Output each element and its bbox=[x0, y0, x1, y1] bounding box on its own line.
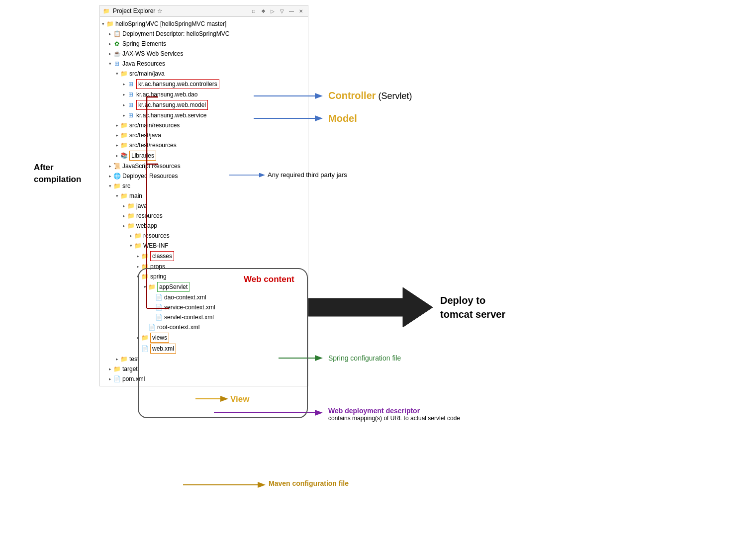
item-label-test: test bbox=[129, 355, 139, 364]
tree-item-props[interactable]: ▸ 📁 props bbox=[100, 262, 308, 272]
item-icon: 📁 bbox=[134, 242, 142, 250]
tree-item-root[interactable]: ▾ 📁 helloSpringMVC [helloSpringMVC maste… bbox=[100, 19, 308, 29]
tree-item-jax-ws[interactable]: ▸ ☕ JAX-WS Web Services bbox=[100, 49, 308, 59]
item-label-model: kr.ac.hansung.web.model bbox=[136, 100, 208, 110]
tree-item-model[interactable]: ▸ ⊞ kr.ac.hansung.web.model bbox=[100, 99, 308, 110]
tree-item-src-main-java[interactable]: ▾ 📁 src/main/java bbox=[100, 69, 308, 79]
item-label-target: target bbox=[122, 365, 138, 373]
tree-item-web-xml[interactable]: 📄 web.xml bbox=[100, 343, 308, 354]
item-label-src-main-resources: src/main/resources bbox=[129, 121, 180, 130]
tree-arrow: ▸ bbox=[135, 333, 141, 342]
tree-arrow: ▸ bbox=[114, 121, 120, 130]
item-label-root: helloSpringMVC [helloSpringMVC master] bbox=[115, 19, 226, 28]
tree-arrow: ▾ bbox=[100, 19, 106, 28]
toolbar-btn-4[interactable]: ▽ bbox=[278, 7, 286, 15]
tree-arrow: ▸ bbox=[121, 201, 127, 210]
item-label-appServlet: appServlet bbox=[157, 282, 189, 292]
explorer-panel: 📁 Project Explorer ☆ □ ❖ ▷ ▽ — ✕ ▾ 📁 hel… bbox=[99, 5, 308, 386]
tree-item-root-context[interactable]: 📄 root-context.xml bbox=[100, 322, 308, 332]
tree-arrow: ▸ bbox=[107, 39, 113, 48]
tree-arrow: ▸ bbox=[114, 355, 120, 364]
main-container: 📁 Project Explorer ☆ □ ❖ ▷ ▽ — ✕ ▾ 📁 hel… bbox=[0, 0, 756, 549]
item-icon: 📁 bbox=[120, 141, 128, 149]
tree-item-service-context[interactable]: 📄 service-context.xml bbox=[100, 302, 308, 312]
tree-item-views[interactable]: ▸ 📁 views bbox=[100, 332, 308, 343]
tree-item-src-test-java[interactable]: ▸ 📁 src/test/java bbox=[100, 130, 308, 140]
item-label-pom-xml: pom.xml bbox=[122, 374, 145, 383]
item-icon: 📁 bbox=[127, 202, 135, 210]
tree-arrow: ▸ bbox=[121, 211, 127, 220]
item-label-src-main-java: src/main/java bbox=[129, 69, 165, 78]
toolbar-btn-2[interactable]: ❖ bbox=[259, 7, 267, 15]
item-icon: 📚 bbox=[120, 152, 128, 160]
tree-item-src[interactable]: ▾ 📁 src bbox=[100, 181, 308, 191]
svg-marker-5 bbox=[308, 287, 433, 327]
tree-no-arrow bbox=[149, 303, 155, 312]
tree-item-dao[interactable]: ▸ ⊞ kr.ac.hansung.web.dao bbox=[100, 90, 308, 99]
item-icon: 🌐 bbox=[113, 172, 121, 180]
toolbar-btn-5[interactable]: — bbox=[287, 7, 295, 15]
tree-item-webapp-resources[interactable]: ▸ 📁 resources bbox=[100, 231, 308, 241]
tree-arrow: ▾ bbox=[114, 69, 120, 78]
item-icon: 📁 bbox=[113, 365, 121, 373]
item-label-deployment-descriptor: Deployment Descriptor: helloSpringMVC bbox=[122, 29, 229, 38]
tree-item-deployment-descriptor[interactable]: ▸ 📋 Deployment Descriptor: helloSpringMV… bbox=[100, 29, 308, 39]
tree-item-webapp[interactable]: ▸ 📁 webapp bbox=[100, 221, 308, 231]
toolbar-btn-3[interactable]: ▷ bbox=[269, 7, 277, 15]
tree-arrow: ▸ bbox=[114, 131, 120, 140]
tree-arrow: ▸ bbox=[107, 172, 113, 181]
item-icon: 📁 bbox=[113, 182, 121, 190]
item-label-service-context: service-context.xml bbox=[164, 303, 215, 312]
item-icon: 📁 bbox=[120, 131, 128, 139]
tree-item-javascript-resources[interactable]: ▸ 📜 JavaScript Resources bbox=[100, 161, 308, 171]
item-label-java-resources: Java Resources bbox=[122, 59, 165, 68]
item-label-spring-elements: Spring Elements bbox=[122, 39, 166, 48]
spring-config-annotation: Spring configuration file bbox=[328, 354, 401, 362]
tree-item-java-resources[interactable]: ▾ ⊞ Java Resources bbox=[100, 59, 308, 69]
controller-annotation: Controller (Servlet) bbox=[328, 90, 412, 101]
tree-item-servlet-context[interactable]: 📄 servlet-context.xml bbox=[100, 312, 308, 322]
toolbar-btn-1[interactable]: □ bbox=[250, 7, 258, 15]
tree-arrow: ▸ bbox=[128, 231, 134, 240]
tree-arrow: ▾ bbox=[114, 191, 120, 200]
tree-content: ▾ 📁 helloSpringMVC [helloSpringMVC maste… bbox=[100, 17, 308, 386]
tree-item-service[interactable]: ▸ ⊞ kr.ac.hansung.web.service bbox=[100, 110, 308, 120]
tree-item-main[interactable]: ▾ 📁 main bbox=[100, 191, 308, 201]
item-icon: 📄 bbox=[155, 303, 163, 311]
item-label-src-test-resources: src/test/resources bbox=[129, 141, 177, 150]
item-icon: 📄 bbox=[141, 345, 149, 353]
tree-arrow: ▾ bbox=[107, 59, 113, 68]
tree-arrow: ▸ bbox=[107, 365, 113, 373]
item-label-src: src bbox=[122, 182, 130, 190]
tree-item-src-test-resources[interactable]: ▸ 📁 src/test/resources bbox=[100, 140, 308, 150]
tree-item-spring-elements[interactable]: ▸ ✿ Spring Elements bbox=[100, 39, 308, 49]
item-label-jax-ws: JAX-WS Web Services bbox=[122, 49, 183, 58]
tree-item-controllers[interactable]: ▸ ⊞ kr.ac.hansung.web.controllers bbox=[100, 79, 308, 90]
model-annotation: Model bbox=[328, 113, 357, 124]
item-icon: 📁 bbox=[141, 273, 149, 280]
item-icon: 📁 bbox=[106, 20, 114, 28]
tree-item-dao-context[interactable]: 📄 dao-context.xml bbox=[100, 292, 308, 302]
tree-item-java[interactable]: ▸ 📁 java bbox=[100, 201, 308, 211]
tree-item-libraries[interactable]: ▸ 📚 Libraries bbox=[100, 150, 308, 161]
item-icon: 📁 bbox=[141, 263, 149, 271]
item-label-dao-context: dao-context.xml bbox=[164, 293, 206, 302]
item-icon: ☕ bbox=[113, 50, 121, 58]
tree-item-classes[interactable]: ▸ 📁 classes bbox=[100, 251, 308, 262]
toolbar-btn-6[interactable]: ✕ bbox=[297, 7, 305, 15]
item-label-spring: spring bbox=[150, 272, 167, 281]
tree-item-target[interactable]: ▸ 📁 target bbox=[100, 364, 308, 374]
tree-item-test[interactable]: ▸ 📁 test bbox=[100, 354, 308, 364]
item-label-views: views bbox=[150, 333, 169, 343]
item-icon: ✿ bbox=[113, 40, 121, 48]
tree-item-src-main-resources[interactable]: ▸ 📁 src/main/resources bbox=[100, 120, 308, 130]
tree-arrow: ▸ bbox=[107, 49, 113, 58]
tree-arrow: ▸ bbox=[121, 111, 127, 120]
tree-item-web-inf[interactable]: ▾ 📁 WEB-INF bbox=[100, 241, 308, 251]
item-label-deployed-resources: Deployed Resources bbox=[122, 172, 178, 181]
tree-item-pom-xml[interactable]: ▸ 📄 pom.xml bbox=[100, 374, 308, 384]
item-icon: 📄 bbox=[155, 293, 163, 301]
item-icon: 📁 bbox=[120, 355, 128, 363]
web-deployment-annotation: Web deployment descriptor contains mappi… bbox=[328, 407, 460, 422]
tree-item-resources[interactable]: ▸ 📁 resources bbox=[100, 211, 308, 221]
